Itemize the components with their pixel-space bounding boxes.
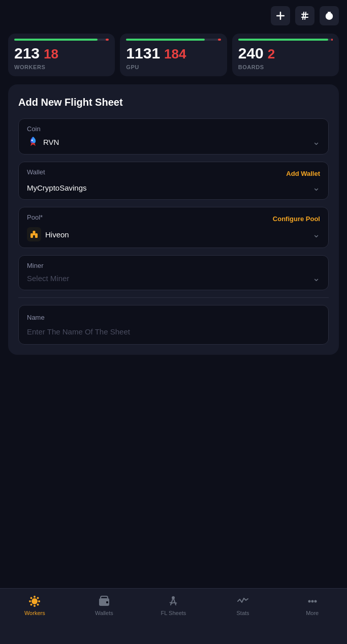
add-wallet-link[interactable]: Add Wallet [286,170,320,177]
fl-sheets-nav-icon [167,595,180,608]
form-title: Add New Flight Sheet [18,97,329,108]
miner-placeholder: Select Miner [27,274,69,283]
name-placeholder: Enter The Name Of The Sheet [27,327,320,336]
nav-fl-sheets-label: FL Sheets [161,610,186,616]
name-field[interactable]: Name Enter The Name Of The Sheet [18,305,329,345]
wallets-nav-icon [98,595,111,608]
nav-more[interactable]: More [277,595,347,616]
svg-point-1 [31,140,33,141]
boards-alert-count: 2 [268,46,275,62]
coin-field[interactable]: Coin RVN ⌄ [18,118,329,155]
svg-point-14 [30,604,33,606]
bottom-nav: Workers Wallets FL Sheets [0,588,347,644]
gpu-label: GPU [126,64,220,70]
stats-nav-icon [236,595,249,608]
workers-card: 213 18 WORKERS [8,34,115,76]
miner-chevron-icon: ⌄ [312,272,320,284]
nav-stats[interactable]: Stats [208,595,278,616]
nav-workers[interactable]: Workers [0,595,70,616]
nav-wallets[interactable]: Wallets [70,595,139,616]
boards-card: 240 2 BOARDS [232,34,339,76]
rvn-coin-icon [27,136,39,148]
svg-point-6 [34,600,36,602]
workers-alert-count: 18 [44,46,58,62]
pool-field[interactable]: Pool* Configure Pool Hiveon ⌄ [18,207,329,248]
wallet-field[interactable]: Wallet Add Wallet MyCryptoSavings ⌄ [18,162,329,200]
nav-stats-label: Stats [237,610,249,616]
main-content: Add New Flight Sheet Coin RVN ⌄ [0,84,347,355]
pool-value: Hiveon [27,227,69,241]
top-bar [0,0,347,29]
svg-point-11 [30,597,33,599]
svg-rect-2 [30,233,33,238]
boards-label: BOARDS [238,64,333,70]
svg-point-17 [172,596,175,599]
wallet-value-text: MyCryptoSavings [27,183,87,192]
coin-label: Coin [27,125,320,133]
svg-rect-16 [106,601,108,603]
hashtag-button[interactable] [295,6,314,25]
hiveon-icon [27,227,41,241]
svg-rect-4 [33,231,36,235]
boards-main-count: 240 [238,45,264,62]
coin-chevron-icon: ⌄ [312,136,320,147]
wallet-chevron-icon: ⌄ [312,182,320,193]
coin-value: RVN [27,136,59,148]
more-nav-icon [306,595,319,608]
stats-row: 213 18 WORKERS 1131 184 GPU 240 2 BOARDS [0,29,347,84]
wallet-label: Wallet [27,168,45,176]
gpu-main-count: 1131 [126,45,160,62]
configure-pool-link[interactable]: Configure Pool [273,215,320,223]
svg-point-10 [38,600,40,602]
workers-main-count: 213 [14,45,40,62]
nav-more-label: More [306,610,319,616]
svg-point-7 [34,596,36,598]
add-button[interactable] [271,6,290,25]
workers-nav-icon [28,595,41,608]
svg-point-19 [311,600,313,603]
miner-field[interactable]: Miner Select Miner ⌄ [18,255,329,290]
gpu-alert-count: 184 [164,46,186,62]
nav-workers-label: Workers [24,610,45,616]
form-divider [18,297,329,298]
timer-button[interactable] [320,6,339,25]
flight-sheet-form: Add New Flight Sheet Coin RVN ⌄ [8,84,339,355]
nav-fl-sheets[interactable]: FL Sheets [139,595,208,616]
workers-label: WORKERS [14,64,109,70]
svg-point-13 [37,597,39,599]
coin-value-text: RVN [43,138,59,146]
pool-value-text: Hiveon [45,230,69,239]
svg-point-8 [34,605,36,607]
gpu-card: 1131 184 GPU [120,34,227,76]
pool-chevron-icon: ⌄ [312,229,320,240]
svg-point-20 [314,600,317,603]
svg-point-9 [29,600,31,602]
svg-point-12 [37,604,39,606]
name-label: Name [27,314,320,321]
miner-label: Miner [27,262,320,269]
pool-label: Pool* [27,213,43,221]
nav-wallets-label: Wallets [95,610,113,616]
svg-point-18 [308,600,310,603]
svg-rect-3 [35,233,38,238]
